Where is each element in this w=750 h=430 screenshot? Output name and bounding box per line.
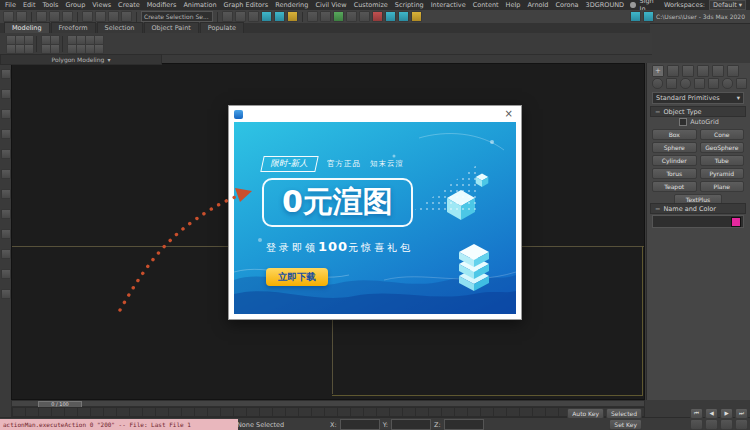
torus-button[interactable]: Torus <box>652 168 697 179</box>
sphere-button[interactable]: Sphere <box>652 142 697 153</box>
redo-icon[interactable] <box>16 11 27 22</box>
orbit-icon[interactable] <box>720 419 733 430</box>
play-icon[interactable]: ▶ <box>720 408 733 419</box>
menu-edit[interactable]: Edit <box>22 1 37 9</box>
ribbon-icon[interactable] <box>50 44 60 54</box>
menu-arnold[interactable]: Arnold <box>526 1 549 9</box>
render-production-icon[interactable] <box>411 11 422 22</box>
display-tab-icon[interactable] <box>712 65 724 77</box>
promo-banner[interactable]: 限时-新人 官方正品 知末云渲 0元渲图 登录即领100元惊喜礼包 立即下载 <box>234 122 516 314</box>
tab-freeform[interactable]: Freeform <box>51 22 96 33</box>
workspaces-dropdown[interactable]: Default ▾ <box>709 0 746 10</box>
dialog-title-bar[interactable]: × <box>229 106 521 122</box>
object-color-swatch[interactable] <box>731 217 741 227</box>
toggle-scene-explorer-icon[interactable] <box>333 11 344 22</box>
menu-content[interactable]: Content <box>472 1 500 9</box>
left-toolbar-icon[interactable] <box>1 89 11 99</box>
bind-to-space-warp-icon[interactable] <box>62 11 73 22</box>
select-link-icon[interactable] <box>36 11 47 22</box>
left-toolbar-icon[interactable] <box>1 129 11 139</box>
create-tab-icon[interactable]: + <box>652 65 664 77</box>
menu-customize[interactable]: Customize <box>353 1 389 9</box>
window-crossing-icon[interactable] <box>121 11 132 22</box>
motion-tab-icon[interactable] <box>697 65 709 77</box>
cloud-render-icon[interactable] <box>630 11 641 22</box>
schematic-view-icon[interactable] <box>359 11 370 22</box>
box-button[interactable]: Box <box>652 129 697 140</box>
menu-file[interactable]: File <box>4 1 17 9</box>
select-by-name-icon[interactable] <box>95 11 106 22</box>
polygon-modeling-rollout[interactable]: Polygon Modeling ▾ <box>0 54 162 65</box>
zoom-icon[interactable] <box>690 419 703 430</box>
pan-icon[interactable] <box>705 419 718 430</box>
download-now-button[interactable]: 立即下载 <box>266 268 328 286</box>
material-editor-icon[interactable] <box>372 11 383 22</box>
mirror-icon[interactable] <box>307 11 318 22</box>
y-coordinate-field[interactable] <box>391 419 431 430</box>
maxscript-mini-listener[interactable]: actionMan.executeAction 0 "200" -- File:… <box>0 419 238 430</box>
menu-create[interactable]: Create <box>117 1 141 9</box>
auto-key-button[interactable]: Auto Key <box>567 408 604 419</box>
select-object-icon[interactable] <box>82 11 93 22</box>
menu-corona[interactable]: Corona <box>554 1 579 9</box>
utilities-tab-icon[interactable] <box>727 65 739 77</box>
menu-3dground[interactable]: 3DGROUND <box>585 1 625 9</box>
teapot-button[interactable]: Teapot <box>652 181 697 192</box>
name-color-rollout-header[interactable]: − Name and Color <box>650 203 746 214</box>
helpers-icon[interactable] <box>708 78 719 89</box>
x-coordinate-field[interactable] <box>340 419 380 430</box>
left-toolbar-icon[interactable] <box>1 189 11 199</box>
left-toolbar-icon[interactable] <box>1 289 11 299</box>
named-selection-set-input[interactable]: Create Selection Se... <box>141 11 213 22</box>
menu-tools[interactable]: Tools <box>41 1 59 9</box>
geometry-icon[interactable] <box>652 78 663 89</box>
align-icon[interactable] <box>320 11 331 22</box>
menu-modifiers[interactable]: Modifiers <box>146 1 178 9</box>
tab-selection[interactable]: Selection <box>97 22 143 33</box>
set-key-button[interactable]: Set Key <box>609 419 642 430</box>
menu-group[interactable]: Group <box>65 1 87 9</box>
menu-rendering[interactable]: Rendering <box>274 1 309 9</box>
cameras-icon[interactable] <box>694 78 705 89</box>
track-bar[interactable] <box>11 407 645 417</box>
left-toolbar-icon[interactable] <box>1 149 11 159</box>
menu-graph-editors[interactable]: Graph Editors <box>223 1 270 9</box>
select-and-move-icon[interactable] <box>222 11 233 22</box>
angle-snap-icon[interactable] <box>274 11 285 22</box>
systems-icon[interactable] <box>736 78 747 89</box>
plane-button[interactable]: Plane <box>700 181 745 192</box>
percent-snap-icon[interactable] <box>287 11 298 22</box>
previous-frame-icon[interactable]: ◀ <box>705 408 718 419</box>
left-toolbar-icon[interactable] <box>1 169 11 179</box>
menu-scripting[interactable]: Scripting <box>394 1 425 9</box>
go-to-end-icon[interactable]: ⏭ <box>735 408 748 419</box>
ribbon-icon[interactable] <box>24 44 34 54</box>
tab-populate[interactable]: Populate <box>200 22 244 33</box>
primitive-category-dropdown[interactable]: Standard Primitives ▾ <box>652 92 744 104</box>
object-name-field[interactable] <box>652 215 744 228</box>
menu-interactive[interactable]: Interactive <box>430 1 467 9</box>
geosphere-button[interactable]: GeoSphere <box>700 142 745 153</box>
ribbon-icon[interactable] <box>94 44 104 54</box>
maximize-viewport-icon[interactable] <box>735 419 748 430</box>
cloud-library-icon[interactable] <box>643 11 654 22</box>
undo-icon[interactable] <box>3 11 14 22</box>
shapes-icon[interactable] <box>666 78 677 89</box>
menu-animation[interactable]: Animation <box>182 1 217 9</box>
unlink-selection-icon[interactable] <box>49 11 60 22</box>
left-toolbar-icon[interactable] <box>1 229 11 239</box>
left-toolbar-icon[interactable] <box>1 109 11 119</box>
curve-editor-icon[interactable] <box>346 11 357 22</box>
lights-icon[interactable] <box>680 78 691 89</box>
left-toolbar-icon[interactable] <box>1 209 11 219</box>
rectangular-selection-icon[interactable] <box>108 11 119 22</box>
go-to-start-icon[interactable]: ⏮ <box>690 408 703 419</box>
render-setup-icon[interactable] <box>385 11 396 22</box>
snap-toggle-icon[interactable] <box>261 11 272 22</box>
left-toolbar-icon[interactable] <box>1 249 11 259</box>
menu-views[interactable]: Views <box>91 1 112 9</box>
tab-modeling[interactable]: Modeling <box>4 22 50 33</box>
selected-dropdown[interactable]: Selected <box>606 408 642 419</box>
cylinder-button[interactable]: Cylinder <box>652 155 697 166</box>
modify-tab-icon[interactable] <box>667 65 679 77</box>
